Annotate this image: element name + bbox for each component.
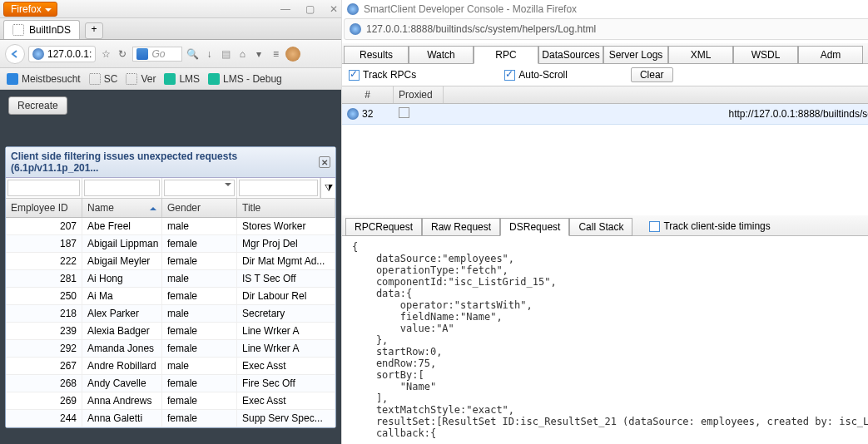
- globe-icon: [347, 3, 359, 15]
- grid-title-text: Client side filtering issues unexpected …: [11, 150, 319, 174]
- track-rpcs-checkbox[interactable]: Track RPCs: [349, 69, 416, 81]
- cell-title: Mgr Proj Del: [237, 235, 335, 252]
- cell-gender: female: [162, 323, 237, 339]
- table-row[interactable]: 244Anna GalettifemaleSupp Serv Spec...: [6, 410, 335, 427]
- close-icon[interactable]: ✕: [330, 3, 338, 15]
- sort-asc-icon: [150, 204, 156, 210]
- header-title[interactable]: Title: [237, 199, 335, 217]
- cell-gender: male: [162, 358, 237, 374]
- bookmark-icon: [126, 73, 137, 85]
- globe-icon: [347, 108, 359, 120]
- proxied-checkbox[interactable]: [399, 107, 409, 118]
- back-button[interactable]: [5, 44, 25, 64]
- tab-watch[interactable]: Watch: [409, 46, 474, 64]
- bookmark-meistbesucht[interactable]: Meistbesucht: [7, 73, 81, 85]
- table-row[interactable]: 292Amanda JonesfemaleLine Wrker A: [6, 340, 335, 358]
- rpc-grid-row[interactable]: 32 http://127.0.0.1:8888/builtinds/sc/ID…: [342, 104, 868, 125]
- table-row[interactable]: 250Ai MafemaleDir Labour Rel: [6, 288, 335, 305]
- main-tabs: ResultsWatchRPCDataSourcesServer LogsXML…: [342, 43, 868, 64]
- cell-id: 292: [6, 340, 82, 357]
- filter-name[interactable]: [84, 180, 160, 196]
- tab-adm[interactable]: Adm: [798, 46, 863, 64]
- tab-datasources[interactable]: DataSources: [538, 46, 603, 64]
- new-tab-button[interactable]: +: [85, 22, 103, 39]
- firefox-button[interactable]: Firefox: [3, 2, 57, 17]
- grid-close-button[interactable]: ✕: [319, 156, 330, 168]
- profile-icon[interactable]: [285, 47, 300, 62]
- tab-xml[interactable]: XML: [668, 46, 733, 64]
- firefox-menu-bar: Firefox — ▢ ✕: [0, 0, 341, 18]
- header-employee-id[interactable]: Employee ID: [6, 199, 82, 217]
- filter-icon[interactable]: ⧩: [320, 178, 335, 198]
- bookmarks-bar: Meistbesucht SC Ver LMS LMS - Debug: [0, 68, 341, 90]
- cell-name: Abe Freel: [82, 218, 162, 234]
- globe-icon: [350, 23, 361, 35]
- clear-button[interactable]: Clear: [631, 67, 673, 82]
- cell-gender: female: [162, 288, 237, 304]
- table-row[interactable]: 187Abigail LippmanfemaleMgr Proj Del: [6, 235, 335, 253]
- cell-id: 222: [6, 253, 82, 269]
- minimize-icon[interactable]: —: [280, 3, 290, 15]
- bookmark-icon: [208, 73, 220, 85]
- menu-icon[interactable]: ≡: [269, 47, 282, 61]
- table-row[interactable]: 281Ai HongmaleIS T Sec Off: [6, 270, 335, 288]
- cell-title: Dir Mat Mgmt Ad...: [237, 253, 335, 269]
- bookmark-sc[interactable]: SC: [89, 73, 118, 85]
- table-row[interactable]: 269Anna AndrewsfemaleExec Asst: [6, 392, 335, 410]
- table-row[interactable]: 218Alex ParkermaleSecretary: [6, 305, 335, 323]
- table-row[interactable]: 207Abe FreelmaleStores Worker: [6, 218, 335, 235]
- tab-wsdl[interactable]: WSDL: [733, 46, 798, 64]
- search-box[interactable]: Go: [132, 47, 182, 62]
- cell-title: Line Wrker A: [237, 323, 335, 339]
- track-timings-checkbox[interactable]: Track client-side timings: [649, 220, 770, 232]
- feed-icon[interactable]: ▤: [219, 47, 232, 61]
- detail-tab-dsrequest[interactable]: DSRequest: [500, 218, 569, 236]
- cell-id: 250: [6, 288, 82, 304]
- cell-name: Abigail Meyler: [82, 253, 162, 269]
- search-icon[interactable]: 🔍: [186, 47, 199, 61]
- tab-results[interactable]: Results: [344, 46, 409, 64]
- header-proxied[interactable]: Proxied: [394, 86, 444, 103]
- cell-title: Line Wrker A: [237, 340, 335, 357]
- header-gender[interactable]: Gender: [162, 199, 237, 217]
- detail-tab-call stack[interactable]: Call Stack: [569, 218, 632, 236]
- auto-scroll-checkbox[interactable]: Auto-Scroll: [504, 69, 568, 81]
- table-row[interactable]: 267Andre RobillardmaleExec Asst: [6, 358, 335, 375]
- filter-employee-id[interactable]: [7, 180, 80, 196]
- recreate-button[interactable]: Recreate: [8, 96, 67, 115]
- header-url[interactable]: URL: [444, 86, 868, 103]
- bookmark-ver[interactable]: Ver: [126, 73, 156, 85]
- maximize-icon[interactable]: ▢: [305, 3, 315, 15]
- detail-tabs: RPCRequestRaw RequestDSRequestCall Stack…: [342, 215, 868, 236]
- url-bar[interactable]: 127.0.0.1:: [28, 46, 96, 62]
- nav-toolbar: 127.0.0.1: ☆ ↻ Go 🔍 ↓ ▤ ⌂ ▾ ≡: [0, 40, 341, 68]
- tab-server logs[interactable]: Server Logs: [603, 46, 668, 64]
- tab-rpc[interactable]: RPC: [474, 46, 538, 64]
- home-icon[interactable]: ⌂: [236, 47, 249, 61]
- bookmarks-icon[interactable]: ▾: [252, 47, 265, 61]
- cell-gender: female: [162, 253, 237, 269]
- grid-title-bar: Client side filtering issues unexpected …: [6, 147, 335, 178]
- detail-tab-rpcrequest[interactable]: RPCRequest: [345, 218, 422, 236]
- bookmark-star-icon[interactable]: ☆: [99, 47, 112, 61]
- cell-name: Alex Parker: [82, 305, 162, 322]
- history-icon[interactable]: ↻: [116, 47, 129, 61]
- filter-title[interactable]: [239, 180, 318, 196]
- header-num[interactable]: #: [342, 86, 394, 103]
- table-row[interactable]: 222Abigail MeylerfemaleDir Mat Mgmt Ad..…: [6, 253, 335, 270]
- bookmark-lms[interactable]: LMS: [164, 73, 200, 85]
- bookmark-lms-debug[interactable]: LMS - Debug: [208, 73, 282, 85]
- detail-tab-raw request[interactable]: Raw Request: [422, 218, 500, 236]
- cell-id: 218: [6, 305, 82, 322]
- checkbox-icon: [349, 70, 360, 81]
- grid-window: Client side filtering issues unexpected …: [5, 146, 336, 428]
- url-bar[interactable]: 127.0.0.1:8888/builtinds/sc/system/helpe…: [344, 18, 868, 40]
- tab-builtinds[interactable]: BuiltInDS: [3, 20, 80, 39]
- table-row[interactable]: 239Alexia BadgerfemaleLine Wrker A: [6, 323, 335, 340]
- table-row[interactable]: 268Andy CavellefemaleFire Sec Off: [6, 375, 335, 392]
- downloads-icon[interactable]: ↓: [202, 47, 216, 61]
- dropdown-icon[interactable]: [225, 183, 231, 190]
- cell-id: 207: [6, 218, 82, 234]
- header-name[interactable]: Name: [82, 199, 162, 217]
- cell-name: Anna Andrews: [82, 392, 162, 409]
